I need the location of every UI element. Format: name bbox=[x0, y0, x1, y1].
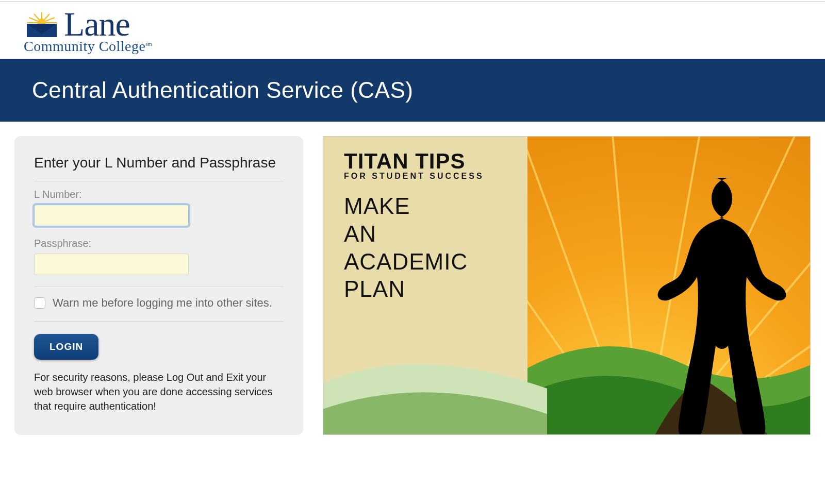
promo-graphic bbox=[527, 137, 810, 434]
college-logo: Lane Community Collegesm bbox=[24, 9, 152, 55]
divider bbox=[34, 181, 284, 181]
content-area: Enter your L Number and Passphrase L Num… bbox=[0, 122, 825, 435]
promo-message: MAKE AN ACADEMIC PLAN bbox=[344, 192, 527, 303]
promo-message-line: PLAN bbox=[344, 275, 527, 303]
promo-message-line: ACADEMIC bbox=[344, 248, 527, 276]
security-note: For security reasons, please Log Out and… bbox=[34, 370, 284, 413]
warn-checkbox[interactable] bbox=[34, 297, 45, 309]
lnumber-input[interactable] bbox=[34, 205, 189, 226]
logo-area: Lane Community Collegesm bbox=[0, 2, 825, 59]
passphrase-field-block: Passphrase: bbox=[34, 238, 284, 275]
lnumber-label: L Number: bbox=[34, 189, 284, 200]
passphrase-input[interactable] bbox=[34, 254, 189, 275]
logo-word: Lane bbox=[64, 9, 130, 39]
promo-message-line: AN bbox=[344, 220, 527, 248]
person-silhouette-icon bbox=[638, 173, 787, 434]
promo-title: TITAN TIPS bbox=[344, 149, 527, 174]
hills-left-overlay-icon bbox=[323, 327, 547, 434]
divider bbox=[34, 287, 284, 287]
envelope-sun-icon bbox=[24, 11, 60, 38]
login-panel: Enter your L Number and Passphrase L Num… bbox=[14, 136, 303, 435]
warn-checkbox-row: Warn me before logging me into other sit… bbox=[34, 294, 284, 316]
login-heading: Enter your L Number and Passphrase bbox=[34, 154, 284, 172]
promo-message-line: MAKE bbox=[344, 192, 527, 220]
logo-subtitle-text: Community College bbox=[24, 38, 145, 54]
login-button[interactable]: LOGIN bbox=[34, 334, 98, 360]
page-banner: Central Authentication Service (CAS) bbox=[0, 59, 825, 122]
page-title: Central Authentication Service (CAS) bbox=[32, 77, 825, 103]
passphrase-label: Passphrase: bbox=[34, 238, 284, 249]
promo-subtitle: FOR STUDENT SUCCESS bbox=[344, 172, 527, 181]
warn-label: Warn me before logging me into other sit… bbox=[53, 296, 272, 310]
logo-sm: sm bbox=[145, 41, 152, 47]
divider bbox=[34, 321, 284, 322]
titan-tips-promo: TITAN TIPS FOR STUDENT SUCCESS MAKE AN A… bbox=[323, 136, 811, 435]
lnumber-field-block: L Number: bbox=[34, 189, 284, 226]
logo-subtitle: Community Collegesm bbox=[24, 38, 152, 55]
